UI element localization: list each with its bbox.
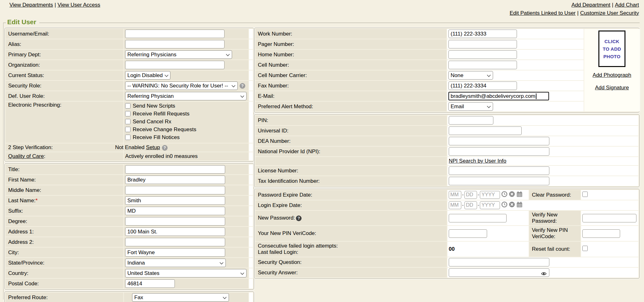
help-icon[interactable]: ? [162, 145, 168, 151]
clock-icon[interactable] [501, 191, 508, 199]
electronic-prescribing-checkbox-4[interactable] [125, 135, 130, 140]
view-departments-link[interactable]: View Departments [9, 2, 53, 8]
alias-label: Alias: [6, 39, 123, 49]
security-answer-cell [447, 268, 638, 277]
filler-cell [249, 248, 253, 257]
organization-input[interactable] [125, 61, 225, 69]
add-signature-link[interactable]: Add Signature [595, 85, 629, 91]
electronic-prescribing-checkbox-1[interactable] [125, 111, 130, 116]
chevron-down-icon [164, 72, 169, 79]
address-1-input[interactable] [125, 227, 225, 236]
cell-number-input[interactable] [448, 61, 517, 69]
filler-cell [249, 152, 253, 160]
def-user-role-select[interactable]: Referring Physician [125, 92, 247, 100]
filler-cell [249, 279, 253, 288]
pin-vericode-input[interactable] [449, 229, 487, 238]
password-expire-date-pair-label: Clear Password: [529, 190, 580, 200]
label-text: City: [8, 249, 19, 255]
add-photograph-link[interactable]: Add Photograph [593, 72, 631, 78]
login-expire-date-dd-input[interactable] [464, 201, 477, 209]
pager-number-cell [447, 39, 584, 49]
state-province-cell: Indiana [124, 258, 248, 268]
filler-cell [249, 60, 253, 70]
home-number-input[interactable] [448, 50, 517, 59]
alias-input[interactable] [125, 40, 225, 48]
email-field[interactable]: bradleysmith@abcdeliverycorp.com [448, 92, 549, 100]
first-name-input[interactable] [125, 176, 225, 184]
new-password-pair-input[interactable] [582, 214, 636, 222]
clear-date-icon[interactable] [509, 191, 515, 199]
security-question-cell [447, 257, 638, 267]
state-province-select[interactable]: Indiana [125, 259, 226, 267]
home-number-cell [447, 50, 584, 59]
degree-input[interactable] [125, 217, 225, 226]
checkbox-option: Receive Change Requests [125, 126, 247, 133]
help-icon[interactable]: ? [240, 83, 245, 89]
address-2-input[interactable] [125, 238, 225, 246]
pin-vericode-pair-input[interactable] [582, 229, 620, 238]
password-expire-date-yyyy-input[interactable] [480, 191, 500, 199]
electronic-prescribing-checkbox-3[interactable] [125, 127, 130, 132]
username-email-cell [124, 29, 248, 39]
npi-search-link[interactable]: NPI Search by User Info [449, 158, 506, 164]
universal-id-input[interactable] [449, 126, 522, 135]
calendar-icon[interactable] [516, 201, 523, 209]
login-expire-date-mm-input[interactable] [449, 201, 461, 209]
help-icon[interactable]: ? [296, 215, 302, 221]
security-role-label: Security Role: [6, 81, 123, 91]
state-province-label: State/Province: [6, 258, 123, 268]
security-answer-input[interactable] [449, 268, 549, 277]
edit-patients-linked-link[interactable]: Edit Patients Linked to User [510, 10, 576, 16]
tax-id-input[interactable] [449, 177, 549, 185]
password-expire-date-pair-checkbox[interactable] [582, 192, 588, 197]
password-expire-date-dd-input[interactable] [464, 191, 477, 199]
suffix-input[interactable] [125, 207, 225, 215]
add-department-link[interactable]: Add Department [571, 2, 610, 8]
primary-dept-select[interactable]: Referring Physicians [125, 50, 232, 59]
password-expire-date-mm-input[interactable] [449, 191, 461, 199]
country-select[interactable]: United States [125, 269, 247, 277]
pager-number-input[interactable] [448, 40, 517, 48]
eye-icon[interactable] [541, 271, 547, 277]
electronic-prescribing-checkbox-0[interactable] [125, 103, 130, 109]
fax-number-input[interactable] [448, 81, 517, 90]
npi-input[interactable] [449, 147, 549, 156]
clear-date-icon[interactable] [509, 201, 515, 209]
license-number-input[interactable] [449, 166, 549, 175]
quality-of-care-label-link[interactable]: Quality of Care [8, 153, 44, 159]
title-input[interactable] [125, 165, 225, 174]
city-input[interactable] [125, 248, 225, 257]
checkbox-label: Receive Change Requests [133, 126, 196, 132]
view-user-access-link[interactable]: View User Access [58, 2, 100, 8]
last-name-input[interactable] [125, 196, 225, 205]
filler-cell [249, 29, 253, 39]
electronic-prescribing-checkbox-2[interactable] [125, 119, 130, 124]
username-email-input[interactable] [125, 30, 225, 38]
current-status-select[interactable]: Login Disabled [125, 71, 170, 80]
customize-user-security-link[interactable]: Customize User Security [580, 10, 639, 16]
security-role-select[interactable]: -- WARNING: No Security Role for User! -… [125, 81, 238, 90]
label-text: Security Answer: [258, 270, 298, 276]
add-photo-box[interactable]: CLICKTO ADDPHOTO [598, 31, 625, 67]
setup-link[interactable]: Setup [146, 144, 160, 150]
login-expire-date-yyyy-input[interactable] [480, 201, 500, 209]
preferred-route-select[interactable]: Fax [132, 293, 229, 302]
checkbox-label: Send Cancel Rx [133, 119, 171, 125]
clock-icon[interactable] [501, 201, 508, 209]
checkbox-option: Receive Refill Requests [125, 110, 247, 118]
middle-name-input[interactable] [125, 186, 225, 194]
home-number-label: Home Number: [255, 50, 447, 59]
filler-cell [249, 143, 253, 152]
security-question-input[interactable] [449, 258, 549, 266]
cell-number-carrier-select[interactable]: None [448, 71, 493, 80]
preferred-alert-method-select[interactable]: Email [448, 102, 493, 111]
new-password-input[interactable] [449, 214, 507, 222]
calendar-icon[interactable] [516, 191, 523, 199]
dea-number-input[interactable] [449, 137, 549, 145]
work-number-input[interactable] [448, 30, 517, 38]
pin-input[interactable] [449, 116, 493, 125]
failed-attempts-pair-checkbox[interactable] [582, 246, 588, 251]
add-chart-link[interactable]: Add Chart [615, 2, 639, 8]
postal-code-input[interactable] [125, 279, 175, 288]
security-answer-label: Security Answer: [255, 268, 447, 277]
